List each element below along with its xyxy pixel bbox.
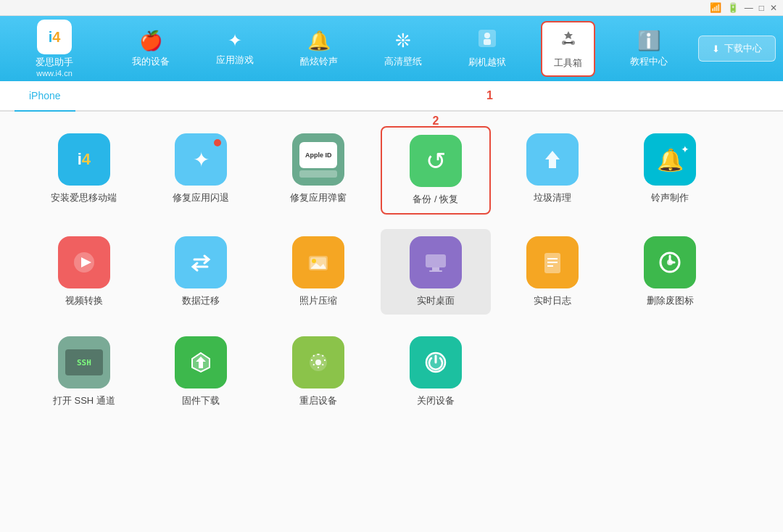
tool-ringtone-make-icon: 🔔 ✦: [644, 133, 696, 186]
svg-line-28: [323, 365, 323, 365]
nav-toolbox-icon: [558, 28, 579, 54]
nav-toolbox[interactable]: 工具箱: [541, 21, 595, 77]
tool-reboot-device-label: 重启设备: [299, 394, 337, 407]
tools-grid: i4 安装爱思移动端 ✦ 修复应用闪退 Apple ID 修复应用弹窗 2 ↺: [29, 126, 725, 415]
header: i4 爱思助手 www.i4.cn 🍎 我的设备 ✦ 应用游戏 🔔 酷炫铃声 ❊…: [0, 16, 783, 81]
tool-realtime-desktop-icon: [410, 236, 462, 288]
tool-photo-compress-icon: [292, 236, 344, 288]
svg-point-33: [315, 359, 321, 365]
tool-backup-restore[interactable]: 2 ↺ 备份 / 恢复: [381, 126, 491, 215]
tool-realtime-log-icon: [526, 236, 579, 288]
tool-data-migrate-label: 数据迁移: [182, 294, 220, 307]
nav-my-device-icon: 🍎: [139, 30, 162, 52]
nav-my-device-label: 我的设备: [132, 55, 170, 68]
tool-backup-restore-icon: ↺: [410, 135, 462, 187]
tool-fix-popup-icon: Apple ID: [292, 133, 344, 186]
tool-shutdown-device[interactable]: 关闭设备: [381, 329, 491, 415]
tool-photo-compress-label: 照片压缩: [299, 294, 337, 307]
svg-point-1: [484, 33, 490, 38]
svg-line-26: [323, 355, 323, 356]
tool-realtime-desktop[interactable]: 实时桌面: [381, 229, 491, 315]
logo-url: www.i4.cn: [36, 69, 72, 78]
tool-realtime-desktop-label: 实时桌面: [417, 294, 455, 307]
tool-data-migrate[interactable]: 数据迁移: [146, 229, 257, 315]
nav-tutorials-icon: ℹ️: [637, 30, 660, 52]
tool-fix-crash-icon: ✦: [175, 133, 227, 186]
nav-jailbreak-label: 刷机越狱: [468, 56, 506, 69]
tool-firmware-download-label: 固件下载: [182, 394, 220, 407]
tool-fix-crash-label: 修复应用闪退: [173, 191, 229, 204]
nav-ringtones-label: 酷炫铃声: [300, 55, 338, 68]
tool-realtime-log[interactable]: 实时日志: [498, 229, 608, 315]
tool-firmware-download[interactable]: 固件下载: [146, 329, 257, 415]
svg-rect-15: [429, 270, 442, 272]
main-content: i4 安装爱思移动端 ✦ 修复应用闪退 Apple ID 修复应用弹窗 2 ↺: [0, 112, 783, 532]
tab-bar: iPhone 1: [0, 81, 783, 112]
tool-reboot-device-icon: [292, 336, 344, 388]
tool-install-i4[interactable]: i4 安装爱思移动端: [29, 126, 139, 215]
svg-point-11: [312, 259, 316, 263]
tool-install-i4-icon: i4: [58, 133, 110, 186]
tab-iphone[interactable]: iPhone: [14, 81, 75, 112]
tool-fix-crash[interactable]: ✦ 修复应用闪退: [146, 126, 257, 215]
tool-ssh-tunnel-icon: SSH: [58, 336, 110, 388]
tool-realtime-log-label: 实时日志: [534, 294, 571, 307]
tool-fix-popup-label: 修复应用弹窗: [290, 191, 347, 204]
nav-wallpapers-icon: ❊: [395, 30, 411, 52]
tab-iphone-label: iPhone: [29, 90, 61, 101]
nav-jailbreak-icon: [477, 28, 497, 53]
tool-install-i4-label: 安装爱思移动端: [51, 191, 117, 204]
nav-ringtones[interactable]: 🔔 酷炫铃声: [289, 24, 349, 74]
tool-trash-clean[interactable]: 垃圾清理: [498, 126, 608, 215]
tool-shutdown-device-icon: [410, 336, 462, 388]
annotation-2: 2: [432, 115, 439, 128]
nav-tutorials[interactable]: ℹ️ 教程中心: [618, 24, 679, 74]
logo-name: 爱思助手: [36, 56, 73, 69]
svg-point-21: [667, 259, 673, 265]
nav-toolbox-label: 工具箱: [554, 57, 582, 70]
tool-ssh-tunnel-label: 打开 SSH 通道: [53, 394, 115, 407]
tool-firmware-download-icon: [175, 336, 227, 388]
tool-photo-compress[interactable]: 照片压缩: [263, 229, 373, 315]
tool-data-migrate-icon: [175, 236, 227, 288]
tool-video-convert-icon: [58, 236, 110, 288]
svg-marker-6: [545, 151, 560, 168]
tool-fix-popup[interactable]: Apple ID 修复应用弹窗: [263, 126, 373, 215]
title-bar: 📶 🔋 — □ ✕: [0, 0, 783, 16]
nav-wallpapers-label: 高清壁纸: [384, 55, 422, 68]
close-button[interactable]: ✕: [770, 3, 777, 13]
logo-area: i4 爱思助手 www.i4.cn: [7, 20, 102, 78]
nav-apps-games[interactable]: ✦ 应用游戏: [204, 25, 265, 72]
tool-delete-icons-label: 删除废图标: [647, 294, 694, 307]
logo-icon: i4: [37, 20, 72, 54]
tab-annotation-1: 1: [486, 89, 493, 102]
nav-ringtones-icon: 🔔: [307, 30, 331, 52]
svg-rect-13: [426, 254, 446, 267]
minimize-button[interactable]: —: [745, 3, 753, 13]
tool-trash-clean-icon: [526, 133, 579, 186]
maximize-button[interactable]: □: [759, 3, 764, 13]
wifi-icon: 📶: [710, 2, 721, 13]
nav-my-device[interactable]: 🍎 我的设备: [120, 24, 181, 74]
tool-fix-crash-badge: [214, 139, 221, 146]
tool-trash-clean-label: 垃圾清理: [534, 191, 571, 204]
tool-video-convert-label: 视频转换: [65, 294, 103, 307]
battery-icon: 🔋: [727, 2, 739, 13]
download-center-button[interactable]: ⬇ 下载中心: [698, 36, 776, 62]
tool-ringtone-make-label: 铃声制作: [651, 191, 689, 204]
download-icon: ⬇: [712, 43, 720, 54]
tool-video-convert[interactable]: 视频转换: [29, 229, 139, 315]
svg-rect-2: [484, 39, 491, 45]
nav-apps-icon: ✦: [228, 30, 242, 51]
svg-line-30: [313, 365, 314, 365]
tool-ssh-tunnel[interactable]: SSH 打开 SSH 通道: [29, 329, 139, 415]
nav-jailbreak[interactable]: 刷机越狱: [457, 22, 518, 75]
nav-apps-label: 应用游戏: [216, 54, 254, 67]
tool-ringtone-make[interactable]: 🔔 ✦ 铃声制作: [615, 126, 725, 215]
tool-delete-icons[interactable]: 删除废图标: [615, 229, 725, 315]
nav-wallpapers[interactable]: ❊ 高清壁纸: [373, 24, 434, 74]
nav-tutorials-label: 教程中心: [630, 55, 668, 68]
nav-items: 🍎 我的设备 ✦ 应用游戏 🔔 酷炫铃声 ❊ 高清壁纸: [109, 21, 691, 77]
tool-reboot-device[interactable]: 重启设备: [263, 329, 373, 415]
tool-backup-restore-label: 备份 / 恢复: [413, 193, 458, 206]
